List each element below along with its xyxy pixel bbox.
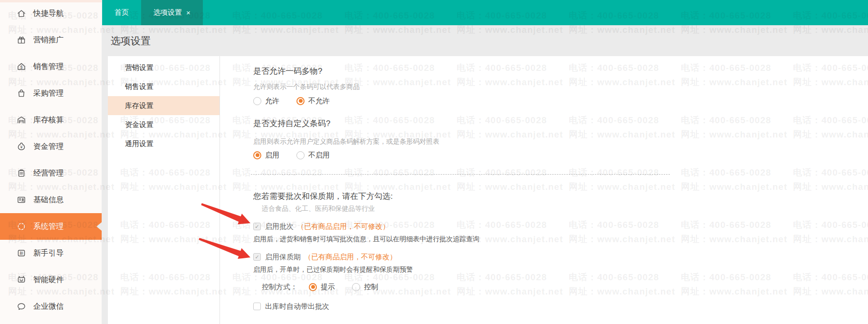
radio-option: 允许 (253, 97, 279, 106)
batch-checkbox-label: 启用保质期 (265, 253, 301, 262)
radio-button[interactable] (296, 151, 305, 159)
sidebar-item-label: 企业微信 (33, 302, 64, 312)
shopping-bag-icon (16, 88, 27, 98)
sidebar-item-label: 智能硬件 (33, 275, 64, 285)
radio-group-multi-item-barcode: 允许 不允许 (253, 96, 868, 106)
batch-section-title: 您若需要批次和保质期，请在下方勾选: (253, 191, 868, 202)
radio-option: 不启用 (296, 151, 330, 160)
sidebar-item-label: 系统管理 (33, 222, 64, 232)
question-desc: 允许则表示一个条码可以代表多商品 (253, 82, 868, 91)
radio-button[interactable] (352, 283, 360, 291)
sidebar-item-label: 营销推广 (33, 35, 64, 45)
svg-text:新: 新 (19, 251, 24, 255)
active-notch-icon (96, 222, 102, 231)
radio-label: 允许 (265, 97, 279, 106)
sidebar-item-采购管理[interactable]: 采购管理 (0, 80, 102, 107)
settings-nav-销售设置[interactable]: 销售设置 (108, 77, 219, 96)
sidebar-item-label: 采购管理 (33, 88, 64, 98)
batch-checkbox-desc: 启用后，开单时，已过保质期时会有提醒和保质期预警 (253, 265, 868, 274)
settings-nav-通用设置[interactable]: 通用设置 (108, 134, 219, 153)
radio-label: 控制 (364, 283, 378, 292)
radio-label: 提示 (321, 283, 335, 292)
tab-bar: 首页 选项设置 × (102, 0, 868, 25)
radio-label: 不允许 (308, 97, 330, 106)
sidebar-item-新手引导[interactable]: 新 新手引导 (0, 240, 102, 266)
radio-button[interactable] (253, 151, 261, 159)
content-area: 选项设置 营销设置 销售设置 库存设置 资金设置 通用设置 是否允许一码多物? … (102, 25, 868, 324)
sidebar-item-label: 新手引导 (33, 248, 64, 258)
sidebar-item-销售管理[interactable]: $ 销售管理 (0, 53, 102, 80)
batch-checkbox-desc: 启用后，进货和销售时可填写批次信息，且可以在明细表中进行批次追踪查询 (253, 234, 868, 244)
batch-checkbox-label: 启用批次 (265, 222, 294, 231)
sidebar-item-label: 基础信息 (33, 195, 64, 205)
settings-nav-库存设置[interactable]: 库存设置 (108, 96, 219, 115)
batch-checkbox-row: ✓ 启用保质期 （已有商品启用，不可修改） (253, 252, 868, 262)
settings-nav-资金设置[interactable]: 资金设置 (108, 115, 219, 134)
control-mode-row: 控制方式： 提示 控制 (253, 282, 868, 292)
question-title-multi-item-barcode: 是否允许一码多物? (253, 66, 868, 77)
vertical-divider (219, 56, 220, 324)
settings-panel: 营销设置 销售设置 库存设置 资金设置 通用设置 是否允许一码多物? 允许则表示… (108, 56, 868, 324)
radio-group-custom-barcode: 启用 不启用 (253, 150, 868, 160)
dashed-divider (251, 174, 670, 175)
gift-icon (16, 35, 27, 45)
sidebar-item-资金管理[interactable]: ¥ 资金管理 (0, 133, 102, 160)
sidebar-item-label: 经营管理 (33, 168, 64, 178)
auto-batch-label: 出库时自动带出批次 (265, 302, 329, 311)
money-bag-icon: ¥ (16, 141, 27, 152)
tab-close-icon[interactable]: × (186, 9, 191, 16)
sidebar-item-经营管理[interactable]: 经营管理 (0, 160, 102, 187)
batch-section-subtitle: 适合食品、化工、医药和保健品等行业 (253, 204, 868, 213)
radio-option: 控制 (352, 283, 378, 292)
sidebar-item-快捷导航[interactable]: 快捷导航 (0, 0, 102, 27)
tab-label: 选项设置 (153, 8, 182, 17)
radio-label: 启用 (265, 151, 279, 160)
sidebar-item-label: 库存核算 (33, 115, 64, 125)
auto-batch-checkbox[interactable] (253, 303, 261, 310)
new-badge-icon: 新 (16, 248, 27, 258)
radio-button[interactable] (253, 97, 261, 105)
settings-nav: 营销设置 销售设置 库存设置 资金设置 通用设置 (108, 56, 219, 324)
tab-首页[interactable]: 首页 (102, 0, 141, 25)
batch-checkbox: ✓ (253, 223, 261, 230)
sidebar-item-label: 资金管理 (33, 142, 64, 152)
sidebar-item-智能硬件[interactable]: 智能硬件 (0, 266, 102, 293)
radio-option: 不允许 (296, 97, 330, 106)
sidebar-item-label: 销售管理 (33, 62, 64, 72)
radio-option: 提示 (309, 283, 335, 292)
question-desc: 启用则表示允许用户定义商品条码解析方案，或是条形码对照表 (253, 137, 868, 146)
settings-content: 是否允许一码多物? 允许则表示一个条码可以代表多商品 允许 不允许 是否支持自定… (253, 56, 868, 324)
sidebar-item-系统管理[interactable]: 系统管理 (0, 213, 102, 240)
radio-button[interactable] (296, 97, 305, 105)
smart-tv-icon (16, 275, 27, 285)
page-title: 选项设置 (111, 25, 151, 56)
batch-checkbox-row: ✓ 启用批次 （已有商品启用，不可修改） (253, 222, 868, 231)
radio-option: 启用 (253, 151, 279, 160)
sidebar-item-基础信息[interactable]: 基础信息 (0, 187, 102, 213)
sidebar-item-营销推广[interactable]: 营销推广 (0, 27, 102, 53)
app-window: 快捷导航 营销推广 $ 销售管理 采购管理 库存核算 ¥ 资金管理 经营管理 (0, 0, 868, 324)
sidebar-item-库存核算[interactable]: 库存核算 (0, 107, 102, 133)
home-icon (16, 8, 27, 19)
tab-label: 首页 (114, 8, 129, 17)
question-title-custom-barcode: 是否支持自定义条码? (253, 118, 868, 129)
warehouse-icon (16, 115, 27, 125)
tab-选项设置[interactable]: 选项设置 × (141, 0, 203, 25)
sale-house-icon: $ (16, 61, 27, 72)
settings-nav-营销设置[interactable]: 营销设置 (108, 58, 219, 77)
chat-bubble-icon (16, 301, 27, 312)
control-mode-label: 控制方式： (262, 283, 297, 292)
main-sidebar: 快捷导航 营销推广 $ 销售管理 采购管理 库存核算 ¥ 资金管理 经营管理 (0, 0, 102, 324)
batch-checkbox-note: （已有商品启用，不可修改） (304, 253, 397, 262)
radio-button[interactable] (309, 283, 317, 291)
auto-batch-row: 出库时自动带出批次 (253, 302, 868, 311)
id-card-icon (16, 195, 27, 205)
batch-checkbox-note: （已有商品启用，不可修改） (297, 222, 390, 231)
dotted-circle-icon (16, 221, 27, 232)
sidebar-item-label: 快捷导航 (33, 9, 64, 19)
sidebar-item-企业微信[interactable]: 企业微信 (0, 293, 102, 320)
clipboard-icon (16, 168, 27, 178)
batch-checkbox: ✓ (253, 253, 261, 261)
svg-text:$: $ (20, 65, 23, 69)
radio-label: 不启用 (308, 151, 330, 160)
